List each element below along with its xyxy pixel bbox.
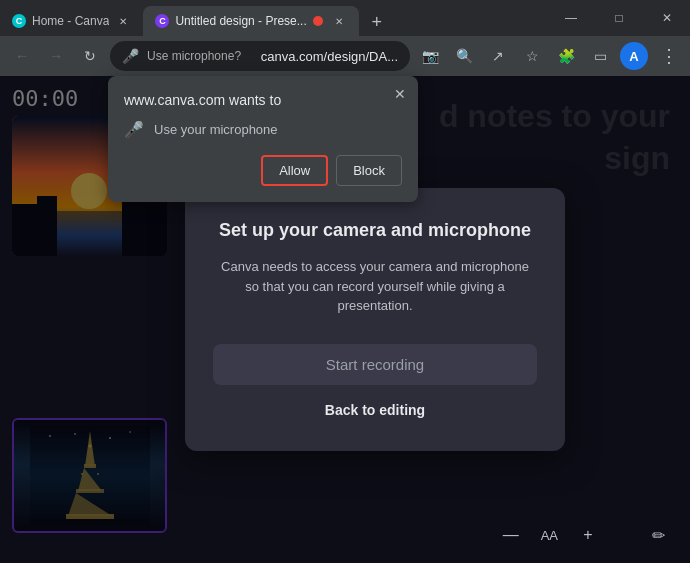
forward-button[interactable]: → [42,42,70,70]
share-icon[interactable]: ↗ [484,42,512,70]
add-tab-button[interactable]: + [363,8,391,36]
tab-home[interactable]: C Home - Canva ✕ [0,6,143,36]
zoom-level: AA [541,528,558,543]
mic-icon: 🎤 [122,48,139,64]
tab-design-label: Untitled design - Prese... [175,14,306,28]
window-controls: — □ ✕ [548,0,690,36]
profile-avatar[interactable]: A [620,42,648,70]
browser-window: C Home - Canva ✕ C Untitled design - Pre… [0,0,690,563]
permission-popup: ✕ www.canva.com wants to 🎤 Use your micr… [108,76,418,202]
popup-close-button[interactable]: ✕ [390,84,410,104]
back-to-editing-button[interactable]: Back to editing [325,402,425,418]
back-button[interactable]: ← [8,42,36,70]
tab-design-close[interactable]: ✕ [331,13,347,29]
tab-design[interactable]: C Untitled design - Prese... ✕ [143,6,358,36]
maximize-button[interactable]: □ [596,0,642,36]
sidebar-icon[interactable]: ▭ [586,42,614,70]
address-omnibox[interactable]: 🎤 Use microphone? canva.com/design/DA... [110,41,410,71]
url-text: canva.com/design/DA... [261,49,398,64]
permission-label: Use your microphone [154,122,278,137]
modal-description: Canva needs to access your camera and mi… [213,257,537,316]
popup-title: www.canva.com wants to [124,92,402,108]
reload-button[interactable]: ↻ [76,42,104,70]
bottom-bar: — AA + ✏ [481,507,690,563]
extensions-icon[interactable]: 🧩 [552,42,580,70]
url-display: Use microphone? [147,49,253,63]
record-dot [313,16,323,26]
bookmark-icon[interactable]: ☆ [518,42,546,70]
address-bar: ← → ↻ 🎤 Use microphone? canva.com/design… [0,36,690,76]
camera-address-icon[interactable]: 📷 [416,42,444,70]
tab-design-favicon: C [155,14,169,28]
microphone-icon: 🎤 [124,120,144,139]
permission-buttons: Allow Block [124,155,402,186]
zoom-in-button[interactable]: + [574,521,602,549]
camera-microphone-modal: Set up your camera and microphone Canva … [185,188,565,451]
tab-home-close[interactable]: ✕ [115,13,131,29]
start-recording-button[interactable]: Start recording [213,344,537,385]
menu-icon[interactable]: ⋮ [654,42,682,70]
close-button[interactable]: ✕ [644,0,690,36]
tab-home-favicon: C [12,14,26,28]
modal-title: Set up your camera and microphone [213,220,537,241]
permission-item: 🎤 Use your microphone [124,120,402,139]
zoom-out-button[interactable]: — [497,521,525,549]
search-icon[interactable]: 🔍 [450,42,478,70]
tab-home-label: Home - Canva [32,14,109,28]
minimize-button[interactable]: — [548,0,594,36]
tab-bar: C Home - Canva ✕ C Untitled design - Pre… [0,0,690,36]
edit-button[interactable]: ✏ [642,519,674,551]
allow-button[interactable]: Allow [261,155,328,186]
block-button[interactable]: Block [336,155,402,186]
